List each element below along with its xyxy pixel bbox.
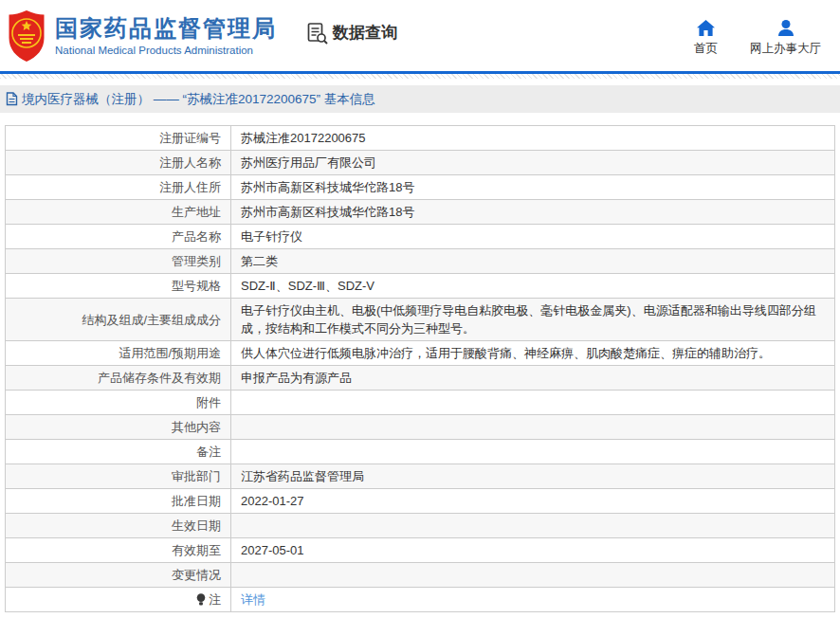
row-label: 生产地址 [172,205,221,219]
row-label-cell: 注册人名称 [6,151,231,175]
row-value: 苏州市高新区科技城华佗路18号 [231,200,835,225]
row-label: 附件 [196,395,221,409]
row-label: 其他内容 [172,420,221,434]
row-label: 产品储存条件及有效期 [98,371,221,385]
row-value: 电子针疗仪由主机、电极(中低频理疗导电自粘胶电极、毫针电极金属夹)、电源适配器和… [231,299,835,341]
note-bulb-icon [196,593,206,606]
home-icon [697,20,715,36]
row-label-cell: 生产地址 [6,200,231,225]
row-label-cell: 备注 [6,440,231,464]
row-label-cell: 其他内容 [6,415,231,440]
logo: 国家药品监督管理局 National Medical Products Admi… [8,10,277,62]
row-label-cell: 审批部门 [6,464,231,489]
row-label-cell: 产品名称 [6,225,231,249]
row-value: 苏州医疗用品厂有限公司 [231,151,835,175]
nav-home[interactable]: 首页 [694,20,718,57]
table-row: 注册人住所苏州市高新区科技城华佗路18号 [6,175,835,200]
row-value [231,440,835,464]
row-label: 备注 [196,445,221,459]
row-label-cell: 型号规格 [6,274,231,299]
row-value: 电子针疗仪 [231,225,835,249]
row-label: 注册人名称 [159,155,221,170]
table-row: 注册人名称苏州医疗用品厂有限公司 [6,151,835,175]
table-row: 适用范围/预期用途供人体穴位进行低频电脉冲治疗，适用于腰酸背痛、神经麻痹、肌肉酸… [6,341,835,366]
row-label-cell: 附件 [6,391,231,415]
nav-online-hall[interactable]: 网上办事大厅 [750,20,821,57]
table-row: 变更情况 [6,563,835,588]
row-label: 变更情况 [172,568,221,582]
row-label-cell: 注册人住所 [6,175,231,200]
site-header: 国家药品监督管理局 National Medical Products Admi… [0,0,840,74]
row-value: 2027-05-01 [231,538,835,563]
national-emblem-icon [8,10,46,62]
row-value [231,415,835,440]
row-label-cell: 注 [6,588,231,612]
site-title: 国家药品监督管理局 [55,15,277,42]
table-row: 审批部门江苏省药品监督管理局 [6,464,835,489]
table-row: 注详情 [6,588,835,612]
row-value: 苏州市高新区科技城华佗路18号 [231,175,835,200]
nav-data-query[interactable]: 数据查询 [307,22,397,45]
row-label-cell: 适用范围/预期用途 [6,341,231,366]
row-label: 注册人住所 [159,180,221,194]
top-nav: 首页 网上办事大厅 [694,20,821,57]
info-table: 注册证编号苏械注准20172200675注册人名称苏州医疗用品厂有限公司注册人住… [5,125,835,612]
row-value: 江苏省药品监督管理局 [231,464,835,489]
row-value: SDZ-Ⅱ、SDZ-Ⅲ、SDZ-V [231,274,835,299]
row-label: 审批部门 [172,469,221,483]
table-row: 其他内容 [6,415,835,440]
nav-home-label: 首页 [694,41,718,57]
row-label: 注 [209,592,221,607]
row-label-cell: 有效期至 [6,538,231,563]
site-subtitle: National Medical Products Administration [55,45,277,56]
row-label: 注册证编号 [159,131,221,145]
row-label-cell: 变更情况 [6,563,231,588]
table-row: 生产地址苏州市高新区科技城华佗路18号 [6,200,835,225]
row-value [231,563,835,588]
row-label: 有效期至 [172,543,221,557]
row-label: 型号规格 [172,279,221,293]
row-label-cell: 批准日期 [6,489,231,514]
row-value: 苏械注准20172200675 [231,126,835,151]
row-label: 适用范围/预期用途 [119,346,221,360]
row-label-cell: 注册证编号 [6,126,231,151]
row-value-cell: 详情 [231,588,835,612]
table-row: 注册证编号苏械注准20172200675 [6,126,835,151]
row-value [231,391,835,415]
table-row: 产品名称电子针疗仪 [6,225,835,249]
row-label-cell: 结构及组成/主要组成成分 [6,299,231,341]
row-label: 生效日期 [172,518,221,533]
table-row: 管理类别第二类 [6,249,835,274]
data-query-label: 数据查询 [333,22,397,44]
table-row: 有效期至2027-05-01 [6,538,835,563]
row-value [231,514,835,538]
data-query-icon [307,22,328,45]
row-label-cell: 产品储存条件及有效期 [6,366,231,391]
document-icon [6,92,18,106]
row-value: 2022-01-27 [231,489,835,514]
table-row: 批准日期2022-01-27 [6,489,835,514]
table-row: 附件 [6,391,835,415]
row-value: 申报产品为有源产品 [231,366,835,391]
table-row: 型号规格SDZ-Ⅱ、SDZ-Ⅲ、SDZ-V [6,274,835,299]
details-link[interactable]: 详情 [241,592,265,607]
row-label: 批准日期 [172,494,221,508]
row-value: 第二类 [231,249,835,274]
row-label: 产品名称 [172,229,221,244]
breadcrumb: 境内医疗器械（注册） —— “苏械注准20172200675” 基本信息 [0,85,840,113]
row-label-cell: 管理类别 [6,249,231,274]
user-icon [777,20,794,36]
table-row: 结构及组成/主要组成成分电子针疗仪由主机、电极(中低频理疗导电自粘胶电极、毫针电… [6,299,835,341]
page-title: 境内医疗器械（注册） —— “苏械注准20172200675” 基本信息 [22,91,375,108]
row-label: 结构及组成/主要组成成分 [82,313,221,327]
table-row: 生效日期 [6,514,835,538]
org-titles: 国家药品监督管理局 National Medical Products Admi… [55,15,277,56]
row-label: 管理类别 [172,254,221,268]
table-row: 备注 [6,440,835,464]
nav-online-hall-label: 网上办事大厅 [750,41,821,57]
table-row: 产品储存条件及有效期申报产品为有源产品 [6,366,835,391]
row-label-cell: 生效日期 [6,514,231,538]
row-value: 供人体穴位进行低频电脉冲治疗，适用于腰酸背痛、神经麻痹、肌肉酸楚痛症、痹症的辅助… [231,341,835,366]
